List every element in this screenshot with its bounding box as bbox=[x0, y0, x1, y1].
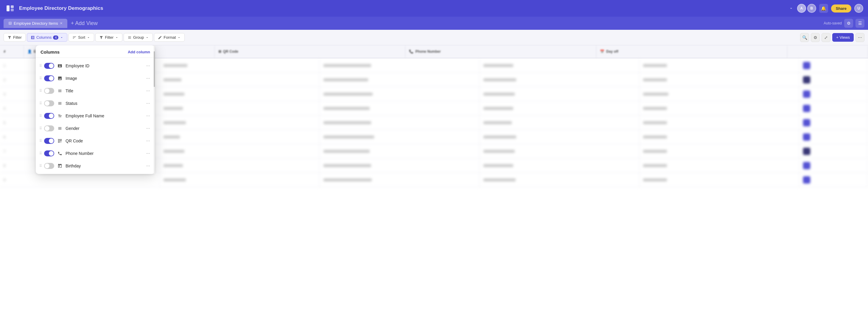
column-item-status[interactable]: ⠿ Status ··· bbox=[36, 97, 155, 110]
expand-icon[interactable]: ⤢ bbox=[803, 162, 810, 169]
expand-icon[interactable]: ⤢ bbox=[803, 91, 810, 98]
column-item-image[interactable]: ⠿ Image ··· bbox=[36, 72, 155, 85]
first-name-cell: lorem bbox=[160, 116, 320, 129]
status-icon bbox=[57, 100, 63, 106]
expand-icon[interactable]: ⤢ bbox=[803, 148, 810, 155]
drag-handle-icon[interactable]: ⠿ bbox=[39, 164, 42, 168]
column-item-qr-code[interactable]: ⠿ QR Code ··· bbox=[36, 135, 155, 147]
column-item-employee-id[interactable]: ⠿ Employee ID ··· bbox=[36, 60, 155, 72]
format-button[interactable]: Format bbox=[154, 33, 185, 42]
more-options-button[interactable]: ··· bbox=[145, 162, 151, 170]
fullname-icon: Tr bbox=[57, 113, 63, 119]
group-button[interactable]: Group bbox=[124, 33, 153, 42]
more-options-button[interactable]: ··· bbox=[145, 150, 151, 157]
column-item-birthday[interactable]: ⠿ Birthday ··· bbox=[36, 160, 155, 172]
action-cell: ⤢ bbox=[800, 73, 868, 87]
add-view-button[interactable]: + Add View bbox=[68, 19, 100, 28]
notifications-icon[interactable]: 🔔 bbox=[819, 4, 828, 13]
drag-handle-icon[interactable]: ⠿ bbox=[39, 114, 42, 118]
toggle-status[interactable] bbox=[44, 100, 54, 106]
columns-button[interactable]: Columns 4 bbox=[27, 33, 67, 42]
drag-handle-icon[interactable]: ⠿ bbox=[39, 89, 42, 93]
expand-toolbar-icon[interactable]: ⤢ bbox=[822, 33, 831, 42]
action-cell: ⤢ bbox=[800, 144, 868, 158]
expand-icon[interactable]: ⤢ bbox=[803, 62, 810, 69]
tab-employee-directory[interactable]: Employee Directory Items ✕ bbox=[4, 19, 67, 28]
column-item-title[interactable]: ⠿ Title ··· bbox=[36, 85, 155, 97]
toggle-employee-id[interactable] bbox=[44, 63, 54, 69]
date-cell: 01/01/2023 bbox=[640, 116, 800, 129]
toggle-full-name[interactable] bbox=[44, 113, 54, 119]
settings-icon[interactable]: ⚙ bbox=[844, 19, 853, 28]
more-options-button[interactable]: ··· bbox=[145, 124, 151, 132]
date-cell: 01/01/2023 bbox=[640, 73, 800, 87]
filter-icon bbox=[7, 35, 11, 40]
tab-close-icon[interactable]: ✕ bbox=[60, 22, 63, 25]
panel-title: Columns bbox=[40, 50, 60, 55]
toggle-qr-code[interactable] bbox=[44, 138, 54, 144]
main-content: # 👤Employee First Name ⊞QR Code 📞Phone N… bbox=[0, 45, 868, 336]
column-item-gender[interactable]: ⠿ Gender ··· bbox=[36, 122, 155, 135]
qr-cell: user@example.com bbox=[320, 130, 480, 144]
scrollbar-thumb[interactable] bbox=[154, 51, 155, 87]
toggle-birthday[interactable] bbox=[44, 163, 54, 169]
views-button[interactable]: + Views bbox=[832, 33, 854, 42]
phone-icon bbox=[57, 150, 63, 157]
drag-handle-icon[interactable]: ⠿ bbox=[39, 126, 42, 130]
employee-id-icon bbox=[57, 63, 63, 69]
chevron-down-icon bbox=[177, 36, 181, 39]
columns-label: Columns bbox=[36, 35, 52, 40]
more-toolbar-icon[interactable]: ⋯ bbox=[856, 33, 864, 42]
filter-button[interactable]: Filter bbox=[4, 33, 26, 42]
filter2-button[interactable]: Filter bbox=[95, 33, 122, 42]
expand-icon[interactable]: ⤢ bbox=[803, 76, 810, 83]
drag-handle-icon[interactable]: ⠿ bbox=[39, 151, 42, 155]
menu-icon[interactable]: ☰ bbox=[856, 19, 864, 28]
user-avatar[interactable]: U bbox=[854, 4, 863, 13]
phone-cell: 0000000000 bbox=[480, 158, 640, 173]
expand-icon[interactable]: ⤢ bbox=[803, 119, 810, 126]
column-item-phone-number[interactable]: ⠿ Phone Number ··· bbox=[36, 147, 155, 160]
sort-button[interactable]: Sort bbox=[68, 33, 94, 42]
toggle-image[interactable] bbox=[44, 75, 54, 81]
date-cell: 01/01/2023 bbox=[640, 158, 800, 173]
more-options-button[interactable]: ··· bbox=[145, 74, 151, 82]
action-cell: ⤢ bbox=[800, 101, 868, 115]
more-options-button[interactable]: ··· bbox=[145, 62, 151, 70]
phone-cell: 0000000000 bbox=[480, 173, 640, 187]
tab-bar-right: Auto-saved ⚙ ☰ bbox=[824, 19, 864, 28]
table-row: 9 lorem user@example.com 0000000000 01/0… bbox=[0, 173, 868, 187]
group-icon bbox=[127, 35, 132, 40]
views-label: + Views bbox=[836, 35, 850, 40]
share-toolbar-icon[interactable]: ⚙ bbox=[811, 33, 820, 42]
svg-rect-1 bbox=[11, 5, 14, 8]
qr-cell: user@example.com bbox=[320, 73, 480, 87]
search-toolbar-icon[interactable]: 🔍 bbox=[800, 33, 809, 42]
expand-icon[interactable]: ⤢ bbox=[803, 176, 810, 183]
drag-handle-icon[interactable]: ⠿ bbox=[39, 139, 42, 143]
more-options-button[interactable]: ··· bbox=[145, 112, 151, 120]
date-cell: 01/01/2023 bbox=[640, 130, 800, 144]
column-item-employee-full-name[interactable]: ⠿ Tr Employee Full Name ··· bbox=[36, 110, 155, 122]
more-options-button[interactable]: ··· bbox=[145, 99, 151, 107]
chevron-down-icon bbox=[789, 6, 794, 11]
avatar: A bbox=[797, 4, 806, 13]
expand-icon[interactable]: ⤢ bbox=[803, 105, 810, 112]
drag-handle-icon[interactable]: ⠿ bbox=[39, 76, 42, 81]
drag-handle-icon[interactable]: ⠿ bbox=[39, 101, 42, 105]
toggle-phone[interactable] bbox=[44, 150, 54, 156]
table-icon bbox=[8, 22, 12, 25]
more-options-button[interactable]: ··· bbox=[145, 87, 151, 95]
add-column-button[interactable]: Add column bbox=[128, 50, 150, 54]
phone-cell: 0000000000 bbox=[480, 144, 640, 158]
col-dayoff: 📅Day off bbox=[596, 45, 787, 58]
toggle-title[interactable] bbox=[44, 88, 54, 94]
expand-icon[interactable]: ⤢ bbox=[803, 133, 810, 141]
column-name: QR Code bbox=[65, 139, 143, 143]
share-button[interactable]: Share bbox=[831, 4, 851, 12]
drag-handle-icon[interactable]: ⠿ bbox=[39, 64, 42, 68]
more-options-button[interactable]: ··· bbox=[145, 137, 151, 145]
first-name-cell: lorem bbox=[160, 144, 320, 158]
col-actions bbox=[787, 45, 868, 58]
toggle-gender[interactable] bbox=[44, 125, 54, 131]
